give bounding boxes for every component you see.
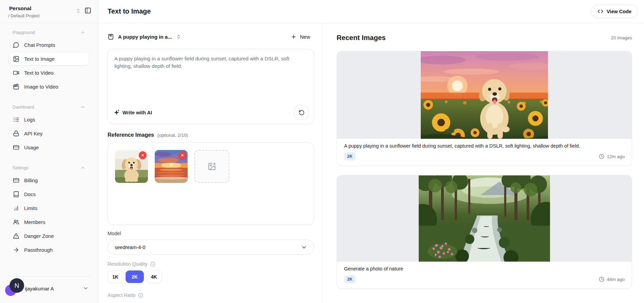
info-icon[interactable] (138, 293, 143, 298)
prompt-textarea[interactable]: A puppy playing in a sunflower field dur… (114, 55, 299, 70)
new-prompt-button[interactable]: New (291, 34, 314, 40)
remove-reference-button[interactable] (178, 151, 186, 159)
chevron-up-icon[interactable] (80, 105, 86, 110)
recent-image-card[interactable]: A puppy playing in a sunflower field dur… (337, 51, 632, 166)
card-image-area (337, 51, 632, 139)
card-meta: 2K 44m ago (344, 275, 625, 283)
user-menu[interactable]: N ijayakumar A (8, 276, 91, 303)
model-label: Model (108, 231, 314, 236)
sidebar-item-label: Danger Zone (24, 233, 54, 239)
sidebar-item-image-to-video[interactable]: Image to Video (9, 80, 89, 93)
logs-icon (13, 116, 19, 123)
x-icon (181, 153, 184, 157)
bar-chart-icon (13, 205, 19, 211)
credit-card-icon (13, 177, 19, 184)
sidebar-toggle-icon[interactable] (84, 7, 91, 14)
resolution-options: 1K 2K 4K (108, 270, 314, 283)
workspace-switcher[interactable]: Personal / Default Project (8, 5, 72, 18)
preset-row: A puppy playing in a... New (108, 29, 314, 45)
timestamp: 44m ago (599, 277, 625, 282)
chevron-up-icon[interactable] (80, 30, 86, 35)
reference-thumb-sunset[interactable] (155, 150, 188, 183)
topbar: Text to Image View Code (98, 0, 644, 23)
resolution-label-row: Resolution Quality (108, 261, 314, 267)
resolution-4k-button[interactable]: 4K (146, 270, 162, 283)
workspace-project: / Default Project (8, 13, 72, 18)
write-with-ai-button[interactable]: Write with AI (114, 110, 152, 115)
sidebar-item-danger-zone[interactable]: Danger Zone (9, 229, 89, 243)
card-image-area (337, 175, 632, 262)
sidebar-item-docs[interactable]: Docs (9, 187, 89, 201)
reference-header: Reference Images (optional, 2/10) (108, 132, 314, 138)
chevron-down-icon[interactable] (83, 285, 89, 291)
sidebar-item-api-key[interactable]: API Key (9, 127, 89, 140)
sidebar-item-logs[interactable]: Logs (9, 113, 89, 126)
resolution-badge: 2K (344, 152, 356, 160)
card-body: Generate a photo of nature 2K 44m ago (337, 262, 632, 288)
add-reference-button[interactable] (194, 150, 229, 183)
alert-triangle-icon (13, 233, 19, 239)
aspect-ratio-label: Aspect Ratio (108, 292, 135, 298)
section-label: Dashboard (13, 105, 34, 110)
chevrons-up-down-icon[interactable] (76, 8, 81, 14)
gallery-title: Recent Images (337, 34, 386, 42)
sidebar-item-label: Text to Image (24, 56, 55, 62)
aspect-ratio-label-row: Aspect Ratio (108, 292, 314, 298)
section-label: Playground (13, 30, 35, 35)
credit-card-icon (13, 144, 19, 151)
sidebar-item-chat-prompts[interactable]: Chat Prompts (9, 38, 89, 52)
sidebar-item-members[interactable]: Members (9, 215, 89, 229)
x-icon (141, 153, 145, 157)
reference-thumb-puppy[interactable] (115, 150, 148, 183)
sidebar-item-billing[interactable]: Billing (9, 173, 89, 187)
model-select[interactable]: seedream-4-0 (108, 240, 314, 255)
resolution-badge: 2K (344, 275, 356, 283)
clapperboard-icon (13, 83, 19, 90)
info-icon[interactable] (150, 262, 155, 267)
sidebar-item-passthrough[interactable]: Passthrough (9, 243, 89, 257)
main: Text to Image View Code A puppy playing … (98, 0, 644, 303)
reference-hint: (optional, 2/10) (157, 133, 188, 138)
sidebar-section-settings: Settings Billing Docs Limits Memb (9, 165, 89, 257)
time-label: 44m ago (607, 277, 625, 282)
sidebar: Personal / Default Project Playground Ch… (0, 0, 98, 303)
view-code-label: View Code (607, 9, 631, 14)
prompt-preset-selector[interactable]: A puppy playing in a... (108, 34, 181, 40)
reference-title: Reference Images (108, 132, 154, 138)
resolution-2k-button[interactable]: 2K (126, 270, 144, 283)
sidebar-nav: Playground Chat Prompts Text to Image Te… (0, 23, 98, 276)
generated-image-nature (419, 175, 550, 262)
cursor-badge: N (10, 278, 24, 293)
sidebar-item-label: Members (24, 219, 45, 225)
reset-prompt-button[interactable] (294, 106, 309, 119)
sidebar-item-text-to-video[interactable]: Text to Video (9, 66, 89, 79)
workspace-name: Personal (8, 5, 72, 12)
app: Personal / Default Project Playground Ch… (0, 0, 644, 303)
sidebar-item-limits[interactable]: Limits (9, 201, 89, 215)
chevron-up-icon[interactable] (80, 165, 86, 170)
section-header-settings: Settings (9, 165, 89, 170)
generated-image-puppy-sunflowers (421, 51, 548, 139)
section-label: Settings (13, 165, 29, 170)
sidebar-section-playground: Playground Chat Prompts Text to Image Te… (9, 30, 89, 93)
video-icon (13, 70, 19, 76)
clock-icon (599, 277, 604, 282)
recent-image-card[interactable]: Generate a photo of nature 2K 44m ago (337, 175, 632, 289)
recent-images-panel: Recent Images 20 images (322, 23, 644, 303)
book-icon (13, 191, 19, 197)
cursor-initial: N (15, 282, 19, 289)
view-code-button[interactable]: View Code (591, 5, 638, 18)
clock-icon (599, 154, 604, 159)
bookmark-icon (108, 34, 114, 40)
sidebar-section-dashboard: Dashboard Logs API Key Usage (9, 105, 89, 154)
new-label: New (300, 34, 310, 40)
code-icon (598, 8, 603, 14)
card-caption: A puppy playing in a sunflower field dur… (344, 143, 625, 149)
sidebar-item-label: Usage (24, 145, 39, 150)
resolution-1k-button[interactable]: 1K (108, 270, 123, 283)
model-value: seedream-4-0 (115, 245, 145, 250)
remove-reference-button[interactable] (139, 151, 147, 159)
sidebar-item-usage[interactable]: Usage (9, 140, 89, 154)
sidebar-item-text-to-image[interactable]: Text to Image (9, 52, 89, 65)
arrow-right-icon (13, 247, 19, 253)
